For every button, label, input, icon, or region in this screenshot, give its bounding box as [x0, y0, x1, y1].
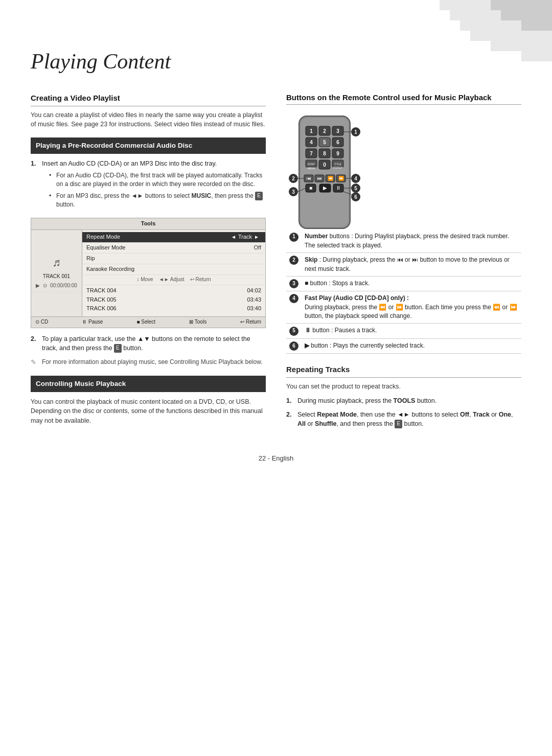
cd-track-row-2: TRACK 005 03:43 — [86, 295, 261, 305]
cd-menu-label-2: Equaliser Mode — [86, 244, 254, 252]
cd-track-label: TRACK 001 — [43, 273, 70, 281]
section-music-playback-body: You can control the playback of music co… — [31, 397, 266, 426]
cd-sym: ⊙ — [43, 282, 47, 290]
main-content: Creating a Video Playlist You can create… — [31, 93, 521, 433]
remote-desc-title-4: Fast Play (Audio CD [CD-DA] only) : — [305, 294, 409, 302]
circle-6: 6 — [289, 341, 298, 351]
remote-desc-text-4: Fast Play (Audio CD [CD-DA] only) : Duri… — [302, 291, 521, 324]
cd-track-row-3: TRACK 006 03:40 — [86, 304, 261, 313]
step-1-text: Insert an Audio CD (CD-DA) or an MP3 Dis… — [42, 160, 217, 167]
remote-section-heading: Buttons on the Remote Control used for M… — [286, 93, 521, 105]
svg-text:TITLE: TITLE — [334, 163, 341, 166]
svg-text:⏪: ⏪ — [328, 175, 334, 181]
circle-2: 2 — [289, 256, 298, 265]
cd-menu-arrows-r-1: ► — [254, 234, 259, 241]
cd-hint: ↕ Move ◄► Adjust ↩ Return — [82, 275, 265, 285]
cd-menu-row-2: Equaliser Mode Off — [82, 243, 265, 254]
cd-toolbar: Tools — [31, 218, 265, 230]
remote-desc-title-6: ▶ — [305, 342, 309, 349]
svg-text:DISP: DISP — [308, 163, 315, 166]
svg-text:6: 6 — [354, 194, 357, 200]
audio-disc-steps: 1. Insert an Audio CD (CD-DA) or an MP3 … — [31, 159, 266, 212]
remote-desc-title-5: ⏸ — [305, 327, 311, 334]
cd-track-list: TRACK 004 04:02 TRACK 005 03:43 TRACK 00… — [82, 285, 265, 315]
svg-text:1: 1 — [354, 129, 357, 135]
cd-menu-row-3: Rip — [82, 254, 265, 264]
cd-footer-1: ⊙ CD — [35, 318, 48, 326]
cd-time-val: 00:00/00:00 — [50, 282, 77, 290]
svg-text:■: ■ — [309, 185, 312, 191]
section-video-playlist-heading: Creating a Video Playlist — [31, 93, 266, 106]
cd-player-body: ♬ TRACK 001 ▶ ⊙ 00:00/00:00 Repeat Mode … — [31, 230, 265, 316]
cd-menu-label-1: Repeat Mode — [86, 233, 229, 241]
right-column: Buttons on the Remote Control used for M… — [286, 93, 521, 433]
repeat-step-2-text: Select Repeat Mode, then use the ◄► butt… — [297, 410, 521, 428]
cd-time: ▶ ⊙ 00:00/00:00 — [32, 280, 81, 292]
circle-5: 5 — [289, 327, 298, 336]
step-1: 1. Insert an Audio CD (CD-DA) or an MP3 … — [31, 159, 266, 212]
svg-text:7: 7 — [310, 151, 313, 156]
remote-desc-row-4: 4 Fast Play (Audio CD [CD-DA] only) : Du… — [286, 291, 521, 324]
memo-icon: ✎ — [31, 358, 40, 368]
step-1-content: Insert an Audio CD (CD-DA) or an MP3 Dis… — [42, 159, 266, 212]
svg-text:⏮: ⏮ — [307, 176, 311, 181]
svg-text:4: 4 — [354, 176, 357, 181]
svg-text:3: 3 — [336, 128, 339, 134]
remote-desc-text-5: ⏸ button : Pauses a track. — [302, 324, 521, 338]
svg-text:5: 5 — [354, 186, 357, 191]
cd-menu-val-2: Off — [254, 244, 261, 252]
svg-text:⏸: ⏸ — [336, 185, 341, 191]
repeating-tracks-body: You can set the product to repeat tracks… — [286, 382, 521, 392]
repeating-tracks-heading: Repeating Tracks — [286, 364, 521, 378]
page: Playing Content Creating a Video Playlis… — [0, 0, 552, 756]
bullet-2: For an MP3 disc, press the ◄► buttons to… — [49, 192, 266, 210]
svg-text:5: 5 — [323, 140, 326, 145]
remote-desc-row-2: 2 Skip : During playback, press the ⏮ or… — [286, 253, 521, 277]
left-column: Creating a Video Playlist You can create… — [31, 93, 266, 433]
cd-menu-row-1: Repeat Mode ◄ Track ► — [82, 232, 265, 243]
section-video-playlist-body: You can create a playlist of video files… — [31, 110, 266, 130]
svg-text:⏩: ⏩ — [338, 175, 344, 181]
remote-description-table: 1 Number buttons : During Playlist playb… — [286, 230, 521, 353]
circle-4: 4 — [289, 294, 298, 303]
remote-desc-text-3: ■ button : Stops a track. — [302, 276, 521, 291]
remote-desc-title-2: Skip — [305, 256, 317, 263]
cd-footer-3: ■ Select — [137, 318, 156, 326]
repeating-steps: 1. During music playback, press the TOOL… — [286, 396, 521, 428]
step-2-num: 2. — [31, 334, 39, 353]
step-2: 2. To play a particular track, use the ▲… — [31, 334, 266, 353]
svg-text:POPUP: POPUP — [333, 166, 342, 169]
bullet-1: For an Audio CD (CD-DA), the first track… — [49, 171, 266, 189]
remote-desc-row-3: 3 ■ button : Stops a track. — [286, 276, 521, 291]
cd-track-name-1: TRACK 004 — [86, 287, 117, 295]
step-1-bullets: For an Audio CD (CD-DA), the first track… — [42, 171, 266, 210]
svg-text:4: 4 — [310, 140, 313, 145]
memo-line: ✎ For more information about playing mus… — [31, 358, 266, 368]
remote-desc-num-5: 5 — [286, 324, 302, 338]
svg-text:2: 2 — [292, 176, 295, 181]
cd-menu-row-4: Karaoke Recording — [82, 264, 265, 275]
cd-track-time-1: 04:02 — [247, 287, 261, 295]
cd-track-time-2: 03:43 — [247, 296, 261, 304]
step-2-text: To play a particular track, use the ▲▼ b… — [42, 335, 250, 352]
remote-desc-num-2: 2 — [286, 253, 302, 277]
step-2-content: To play a particular track, use the ▲▼ b… — [42, 334, 266, 353]
section-music-playback-heading: Controlling Music Playback — [31, 376, 266, 392]
svg-text:1: 1 — [310, 128, 313, 134]
remote-heading-text: Buttons on the Remote Control used for M… — [286, 93, 492, 102]
repeat-step-2: 2. Select Repeat Mode, then use the ◄► b… — [286, 410, 521, 428]
cd-player-right: Repeat Mode ◄ Track ► Equaliser Mode Off… — [82, 230, 265, 316]
svg-text:8: 8 — [323, 151, 326, 156]
svg-text:6: 6 — [336, 140, 339, 145]
step-1-num: 1. — [31, 159, 39, 212]
cd-menu-label-3: Rip — [86, 255, 261, 263]
remote-desc-text-2: Skip : During playback, press the ⏮ or ⏭… — [302, 253, 521, 277]
remote-wrapper: 1 2 3 4 5 6 — [286, 111, 521, 223]
cd-menu-label-4: Karaoke Recording — [86, 265, 261, 273]
svg-text:2: 2 — [323, 128, 326, 134]
remote-desc-text-6: ▶ button : Plays the currently selected … — [302, 338, 521, 353]
cd-track-name-3: TRACK 006 — [86, 305, 117, 313]
remote-desc-num-4: 4 — [286, 291, 302, 324]
cd-menu-val-1: Track — [238, 233, 252, 241]
repeat-step-1-num: 1. — [286, 396, 294, 405]
